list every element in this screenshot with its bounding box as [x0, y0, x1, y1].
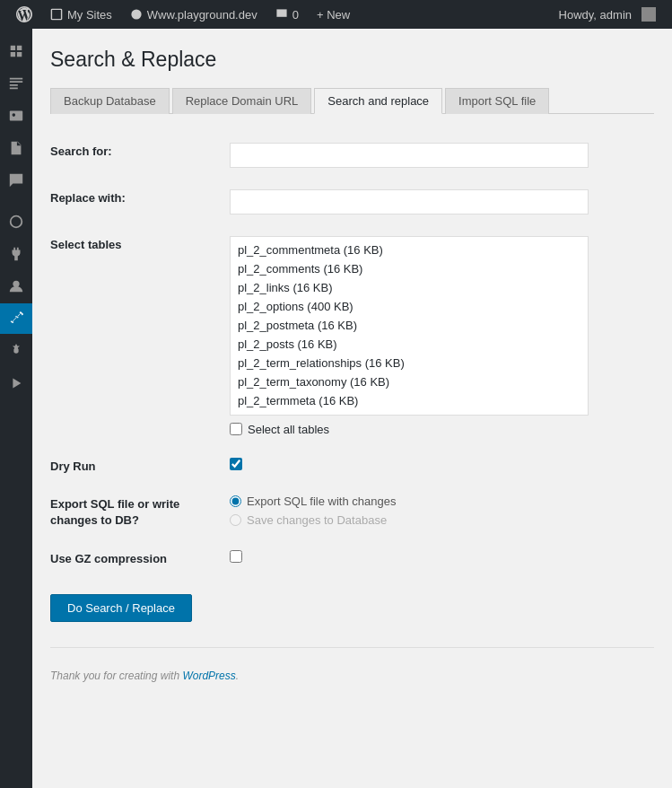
table-row[interactable]: pl_2_postmeta (16 KB) — [231, 316, 588, 335]
sidebar-item-posts[interactable] — [0, 68, 32, 99]
gz-compression-control — [230, 550, 654, 563]
gz-compression-label: Use GZ compression — [50, 550, 230, 565]
search-for-label: Search for: — [50, 143, 230, 158]
replace-with-input[interactable] — [230, 189, 589, 215]
my-sites-label: My Sites — [67, 8, 112, 22]
tab-search-replace[interactable]: Search and replace — [314, 88, 442, 114]
tables-listbox[interactable]: pl_2_commentmeta (16 KB)pl_2_comments (1… — [230, 236, 589, 416]
sidebar — [0, 29, 32, 788]
tab-import-sql[interactable]: Import SQL file — [445, 88, 549, 114]
export-radio-group: Export SQL file with changes Save change… — [230, 495, 654, 527]
sidebar-item-settings[interactable] — [0, 336, 32, 366]
replace-with-row: Replace with: — [50, 179, 654, 225]
do-search-replace-button[interactable]: Do Search / Replace — [50, 594, 192, 622]
svg-point-2 — [13, 281, 19, 287]
footer-text-after: . — [236, 670, 239, 682]
export-sql-label: Export SQL file with changes — [247, 495, 396, 508]
select-tables-label: Select tables — [50, 236, 230, 251]
select-tables-control: pl_2_commentmeta (16 KB)pl_2_comments (1… — [230, 236, 654, 436]
gz-compression-row: Use GZ compression — [50, 539, 654, 576]
table-row[interactable]: pl_2_termmeta (16 KB) — [231, 391, 588, 410]
wp-logo-button[interactable] — [7, 0, 41, 29]
save-db-option: Save changes to Database — [230, 513, 654, 527]
table-row[interactable]: pl_2_options (400 KB) — [231, 297, 588, 316]
tab-replace-domain[interactable]: Replace Domain URL — [172, 88, 312, 114]
sidebar-item-media[interactable] — [0, 101, 32, 131]
save-db-label: Save changes to Database — [247, 513, 387, 527]
svg-marker-4 — [13, 379, 21, 389]
replace-with-control — [230, 189, 654, 215]
sidebar-item-plugins[interactable] — [0, 239, 32, 269]
export-mode-row: Export SQL file or write changes to DB? … — [50, 484, 654, 539]
submit-row: Do Search / Replace — [50, 576, 654, 640]
sidebar-item-pages[interactable] — [0, 133, 32, 163]
site-name-label: Www.playground.dev — [147, 8, 257, 22]
wordpress-link[interactable]: WordPress — [182, 670, 235, 682]
sidebar-item-dashboard[interactable] — [0, 36, 32, 66]
site-link[interactable]: Www.playground.dev — [121, 0, 266, 29]
select-all-row: Select all tables — [230, 416, 654, 436]
search-for-control — [230, 143, 654, 168]
main-content: Search & Replace Backup Database Replace… — [32, 29, 672, 788]
new-label: + New — [317, 8, 350, 22]
replace-with-label: Replace with: — [50, 189, 230, 205]
table-row[interactable]: pl_2_posts (16 KB) — [231, 335, 588, 354]
avatar — [641, 7, 656, 22]
footer-text-before: Thank you for creating with — [50, 670, 182, 682]
svg-rect-0 — [10, 111, 22, 121]
search-for-input[interactable] — [230, 143, 589, 168]
dry-run-row: Dry Run — [50, 447, 654, 484]
my-sites-button[interactable]: My Sites — [41, 0, 121, 29]
export-sql-radio[interactable] — [230, 495, 241, 507]
footer-divider — [50, 647, 654, 648]
search-replace-form: Search for: Replace with: Select tables — [50, 132, 654, 682]
export-mode-control: Export SQL file with changes Save change… — [230, 495, 654, 527]
search-for-row: Search for: — [50, 132, 654, 179]
select-all-label: Select all tables — [248, 423, 329, 436]
dry-run-checkbox[interactable] — [230, 458, 242, 470]
gz-checkbox[interactable] — [230, 550, 242, 563]
sidebar-item-users[interactable] — [0, 271, 32, 302]
sidebar-item-tools[interactable] — [0, 303, 32, 334]
new-content-button[interactable]: + New — [308, 0, 359, 29]
dry-run-control — [230, 458, 654, 473]
table-row[interactable]: pl_2_term_taxonomy (16 KB) — [231, 372, 588, 391]
table-row[interactable]: pl_2_commentmeta (16 KB) — [231, 241, 588, 259]
table-row[interactable]: pl_2_term_relationships (16 KB) — [231, 354, 588, 372]
table-row[interactable]: pl_2_links (16 KB) — [231, 278, 588, 297]
dry-run-label: Dry Run — [50, 458, 230, 473]
comments-button[interactable]: 0 — [266, 0, 308, 29]
sidebar-item-appearance[interactable] — [0, 206, 32, 237]
svg-point-1 — [13, 113, 16, 117]
select-all-checkbox[interactable] — [230, 423, 242, 435]
sidebar-item-comments[interactable] — [0, 165, 32, 196]
tab-backup-database[interactable]: Backup Database — [50, 88, 170, 114]
admin-bar: My Sites Www.playground.dev 0 + New Howd… — [0, 0, 672, 29]
tab-bar: Backup Database Replace Domain URL Searc… — [50, 88, 654, 114]
export-sql-option: Export SQL file with changes — [230, 495, 654, 508]
select-tables-row: Select tables pl_2_commentmeta (16 KB)pl… — [50, 225, 654, 447]
comments-count: 0 — [292, 8, 299, 22]
footer: Thank you for creating with WordPress. — [50, 655, 654, 682]
page-title: Search & Replace — [50, 47, 654, 74]
export-mode-label: Export SQL file or write changes to DB? — [50, 495, 230, 529]
howdy-label: Howdy, admin — [559, 8, 632, 22]
howdy-menu[interactable]: Howdy, admin — [550, 0, 665, 29]
save-db-radio[interactable] — [230, 514, 241, 526]
table-row[interactable]: pl_2_comments (16 KB) — [231, 259, 588, 278]
sidebar-item-video[interactable] — [0, 368, 32, 398]
